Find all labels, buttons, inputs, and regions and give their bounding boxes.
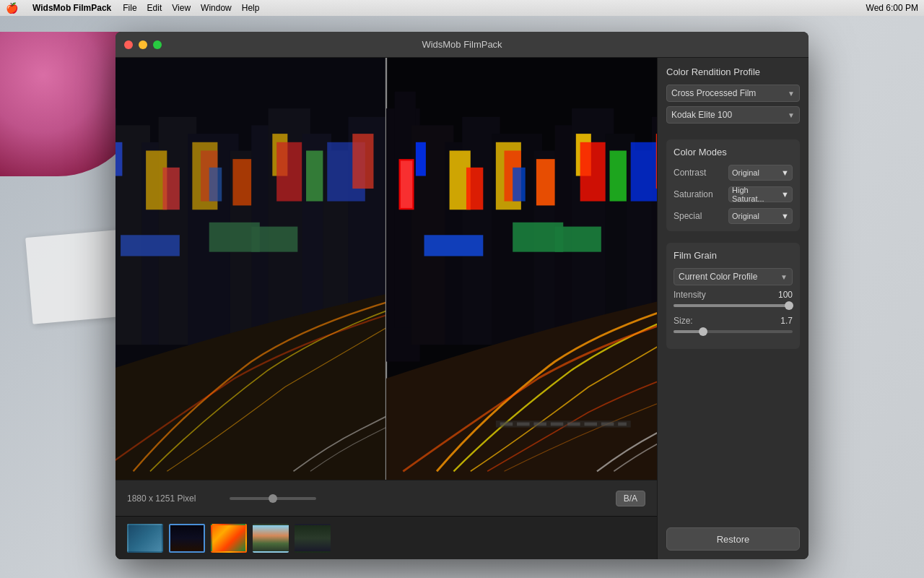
special-arrow: ▼ bbox=[781, 212, 789, 220]
saturation-dropdown[interactable]: High Saturat... ▼ bbox=[728, 186, 793, 202]
svg-rect-45 bbox=[401, 160, 412, 207]
size-slider-thumb[interactable] bbox=[699, 327, 707, 336]
apple-menu[interactable]: 🍎 bbox=[6, 2, 18, 14]
grain-profile-value: Current Color Profile bbox=[679, 272, 757, 282]
intensity-slider-thumb[interactable] bbox=[785, 301, 793, 310]
saturation-row: Saturation High Saturat... ▼ bbox=[674, 186, 793, 202]
svg-rect-60 bbox=[517, 423, 530, 426]
svg-rect-55 bbox=[610, 150, 627, 201]
svg-rect-21 bbox=[209, 168, 222, 202]
contrast-arrow: ▼ bbox=[781, 168, 789, 177]
profile-dropdown-value: Cross Processed Film bbox=[671, 88, 756, 98]
app-window: WidsMob FilmPack bbox=[116, 32, 808, 559]
maximize-button[interactable] bbox=[153, 40, 162, 49]
size-value: 1.7 bbox=[780, 316, 793, 326]
special-dropdown[interactable]: Original ▼ bbox=[728, 208, 793, 224]
svg-rect-68 bbox=[555, 227, 601, 252]
thumbnails-bar bbox=[116, 516, 657, 559]
svg-rect-62 bbox=[551, 423, 564, 426]
zoom-slider[interactable] bbox=[230, 497, 316, 500]
svg-rect-22 bbox=[232, 159, 251, 205]
canvas-area: 1880 x 1251 Pixel B/A bbox=[116, 58, 657, 559]
svg-rect-63 bbox=[567, 423, 580, 426]
menubar: 🍎 WidsMob FilmPack File Edit View Window… bbox=[0, 0, 924, 16]
window-title: WidsMob FilmPack bbox=[422, 39, 502, 50]
svg-rect-30 bbox=[121, 235, 180, 256]
titlebar: WidsMob FilmPack bbox=[116, 32, 808, 58]
svg-rect-29 bbox=[251, 227, 297, 252]
zoom-slider-container bbox=[230, 497, 607, 500]
thumbnail-3[interactable] bbox=[211, 524, 247, 553]
svg-rect-27 bbox=[352, 134, 373, 189]
profile-dropdown-arrow: ▼ bbox=[788, 90, 795, 98]
intensity-value: 100 bbox=[778, 290, 793, 300]
svg-rect-61 bbox=[533, 423, 546, 426]
zoom-thumb[interactable] bbox=[269, 494, 277, 503]
image-container bbox=[116, 58, 657, 480]
film-grain-section: Film Grain Current Color Profile ▼ Inten… bbox=[666, 243, 800, 349]
thumbnail-5[interactable] bbox=[295, 524, 331, 553]
svg-rect-65 bbox=[601, 423, 614, 426]
window-content: 1880 x 1251 Pixel B/A Colo bbox=[116, 58, 808, 559]
svg-rect-69 bbox=[424, 235, 484, 256]
svg-rect-66 bbox=[618, 423, 627, 426]
menu-edit[interactable]: Edit bbox=[147, 3, 162, 13]
grain-profile-dropdown[interactable]: Current Color Profile ▼ bbox=[674, 268, 793, 285]
menu-file[interactable]: File bbox=[123, 3, 136, 13]
thumbnail-2[interactable] bbox=[169, 524, 205, 553]
minimize-button[interactable] bbox=[139, 40, 147, 49]
special-label: Special bbox=[674, 211, 724, 221]
special-row: Special Original ▼ bbox=[674, 208, 793, 224]
special-value: Original bbox=[732, 212, 759, 220]
traffic-lights bbox=[124, 40, 162, 49]
pixel-info: 1880 x 1251 Pixel bbox=[127, 493, 221, 504]
svg-rect-52 bbox=[536, 159, 555, 205]
contrast-value: Original bbox=[732, 168, 759, 177]
size-row: Size: 1.7 bbox=[674, 316, 793, 326]
color-rendition-title: Color Rendition Profile bbox=[666, 66, 800, 77]
contrast-dropdown[interactable]: Original ▼ bbox=[728, 165, 793, 181]
intensity-slider[interactable] bbox=[674, 304, 793, 307]
svg-rect-54 bbox=[580, 142, 606, 202]
intensity-label: Intensity bbox=[674, 290, 706, 300]
intensity-slider-fill bbox=[674, 304, 789, 307]
saturation-arrow: ▼ bbox=[781, 190, 789, 199]
size-label: Size: bbox=[674, 316, 693, 326]
svg-rect-16 bbox=[116, 142, 122, 176]
profile-dropdown[interactable]: Cross Processed Film ▼ bbox=[666, 85, 800, 102]
svg-rect-59 bbox=[500, 423, 513, 426]
grain-profile-arrow: ▼ bbox=[780, 273, 788, 281]
thumbnail-1[interactable] bbox=[127, 524, 163, 553]
contrast-row: Contrast Original ▼ bbox=[674, 165, 793, 181]
contrast-label: Contrast bbox=[674, 168, 724, 178]
menubar-clock: Wed 6:00 PM bbox=[866, 3, 918, 13]
saturation-value: High Saturat... bbox=[732, 186, 781, 203]
size-slider[interactable] bbox=[674, 330, 793, 333]
restore-button[interactable]: Restore bbox=[666, 527, 800, 551]
svg-rect-24 bbox=[276, 142, 302, 202]
svg-rect-18 bbox=[162, 168, 179, 210]
color-modes-section: Color Modes Contrast Original ▼ Saturati… bbox=[666, 139, 800, 231]
menu-window[interactable]: Window bbox=[201, 3, 232, 13]
menu-view[interactable]: View bbox=[172, 3, 191, 13]
svg-rect-56 bbox=[631, 142, 657, 202]
sub-profile-dropdown[interactable]: Kodak Elite 100 ▼ bbox=[666, 106, 800, 124]
film-grain-title: Film Grain bbox=[674, 250, 793, 261]
right-panel: Color Rendition Profile Cross Processed … bbox=[657, 58, 808, 559]
thumbnail-4[interactable] bbox=[253, 524, 289, 553]
menu-help[interactable]: Help bbox=[242, 3, 260, 13]
color-rendition-section: Color Rendition Profile Cross Processed … bbox=[666, 66, 800, 128]
color-modes-title: Color Modes bbox=[674, 147, 793, 158]
intensity-row: Intensity 100 bbox=[674, 290, 793, 300]
close-button[interactable] bbox=[124, 40, 133, 49]
saturation-label: Saturation bbox=[674, 189, 724, 199]
svg-rect-51 bbox=[513, 168, 526, 202]
svg-rect-64 bbox=[584, 423, 597, 426]
sub-profile-dropdown-arrow: ▼ bbox=[788, 111, 795, 119]
svg-rect-46 bbox=[416, 142, 426, 176]
svg-rect-57 bbox=[656, 134, 657, 189]
ba-toggle-button[interactable]: B/A bbox=[616, 491, 645, 506]
app-name[interactable]: WidsMob FilmPack bbox=[32, 3, 111, 13]
city-image bbox=[116, 58, 657, 480]
svg-rect-25 bbox=[306, 150, 323, 201]
